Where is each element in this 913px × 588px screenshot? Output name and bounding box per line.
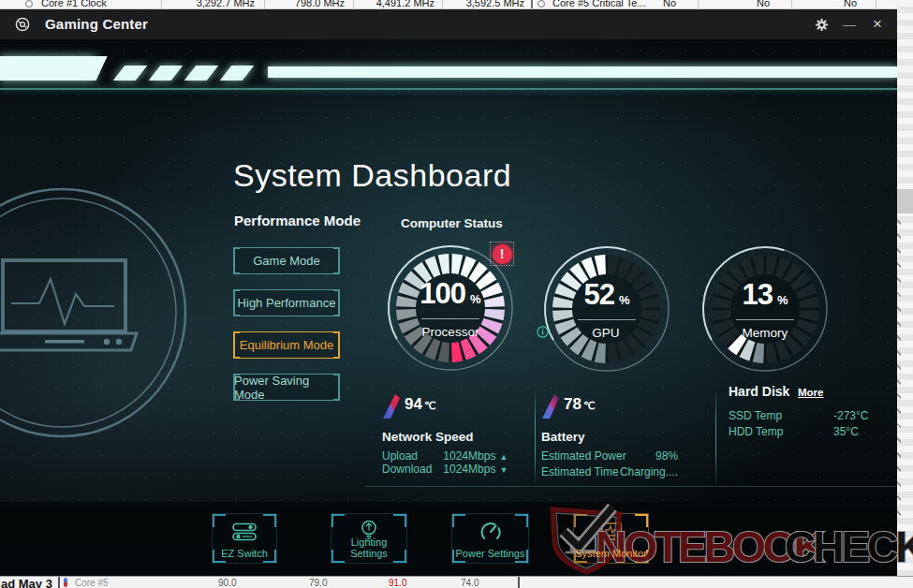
- bg-value: No: [836, 0, 864, 8]
- section-divider: [535, 391, 536, 483]
- mode-button-label: Equilibrium Mode: [240, 338, 333, 352]
- bg-sensor-name: Core #1 Clock: [41, 0, 107, 8]
- header-decoration-line: [0, 88, 897, 90]
- mode-button-label: Power Saving Mode: [234, 374, 339, 402]
- titlebar: Gaming Center — ×: [0, 9, 897, 39]
- row-label: HDD Temp: [729, 425, 783, 438]
- mode-button-label: High Performance: [238, 296, 336, 310]
- gaming-center-window: Gaming Center — ×: [0, 9, 897, 576]
- gauge-processor: 100% Processor !: [380, 238, 521, 378]
- power-settings-button[interactable]: Power Settings: [451, 513, 529, 564]
- alert-exclamation-icon: !: [493, 244, 512, 264]
- gpu-usage-value: 52: [583, 278, 613, 311]
- bg-value: 79.0: [309, 578, 327, 588]
- temperature-flag-icon: [381, 393, 402, 419]
- bg-value: 3,592.5 MHz: [449, 0, 524, 8]
- download-row: Download 1024Mbps▼: [382, 463, 508, 476]
- cpu-temp-value: 94: [405, 395, 422, 413]
- processor-alert-badge[interactable]: !: [490, 242, 514, 266]
- arrow-up-icon: ▲: [499, 452, 508, 462]
- battery-time-value: Charging....: [620, 465, 678, 478]
- header-decoration-bar: [0, 56, 96, 81]
- mode-button-label: Game Mode: [253, 254, 320, 268]
- lighting-settings-button[interactable]: Lighting Settings: [331, 513, 407, 564]
- speedometer-icon: [452, 519, 528, 545]
- ez-switch-button[interactable]: EZ Switch: [212, 513, 277, 564]
- content-divider-line: [365, 486, 895, 487]
- computer-status-heading: Computer Status: [401, 216, 503, 230]
- upload-row: Upload 1024Mbps▲: [382, 449, 508, 463]
- upload-value: 1024Mbps: [443, 449, 495, 463]
- bg-sensor-name: Core #5: [75, 578, 109, 588]
- screen: Core #1 Clock 3,292.7 MHz 798.0 MHz 4,49…: [0, 0, 913, 588]
- bg-sensor-name: Core #5 Critical Te...: [552, 0, 645, 8]
- gauge-memory: 13% Memory: [695, 239, 835, 379]
- thermometer-icon: [64, 578, 67, 587]
- gpu-temp-value: 78: [564, 395, 582, 413]
- hdd-temp-value: 35°C: [833, 425, 859, 438]
- hard-disk-heading: Hard Disk: [729, 384, 789, 399]
- bg-date-label: ad May 3: [1, 577, 52, 588]
- bg-value: 4,491.2 MHz: [360, 0, 434, 8]
- bg-value: 3,292.7 MHz: [180, 0, 255, 8]
- battery-power-value: 98%: [655, 449, 678, 463]
- minimize-button[interactable]: —: [835, 9, 863, 39]
- unit-label: ℃: [424, 400, 435, 411]
- laptop-pulse-emblem: [0, 182, 201, 453]
- background-window-top-row: Core #1 Clock 3,292.7 MHz 798.0 MHz 4,49…: [0, 0, 913, 9]
- close-button[interactable]: ×: [863, 9, 891, 39]
- toolbar-button-label: Power Settings: [452, 548, 528, 559]
- header-hatch-mark: [184, 66, 219, 81]
- mode-button-high-performance[interactable]: High Performance: [234, 289, 339, 316]
- row-label: Estimated Time: [541, 465, 619, 478]
- gauge-label: Processor: [422, 325, 479, 339]
- temperature-flag-icon: [540, 393, 561, 419]
- background-window-bottom-row: ad May 3 Core #5 90.0 79.0 91.0 74.0: [0, 576, 913, 588]
- settings-gear-icon[interactable]: [807, 9, 835, 39]
- processor-usage-value: 100: [420, 277, 465, 310]
- dashboard-body: System Dashboard Performance Mode Comput…: [0, 39, 897, 576]
- unit-label: ℃: [583, 400, 595, 411]
- unit-label: %: [619, 293, 630, 307]
- hdd-temp-row: HDD Temp 35°C: [729, 425, 893, 438]
- bg-value: No: [749, 0, 777, 8]
- background-window-right-sliver: [897, 0, 913, 588]
- network-speed-heading: Network Speed: [382, 430, 474, 444]
- battery-power-row: Estimated Power 98%: [541, 449, 678, 463]
- toolbar-button-label: System Monitor: [574, 548, 648, 559]
- toolbar-button-label: Lighting Settings: [331, 537, 406, 559]
- gauge-label: Memory: [743, 326, 788, 340]
- mode-button-equilibrium[interactable]: Equilibrium Mode: [234, 331, 339, 359]
- gauge-gpu: 52% GPU: [537, 239, 677, 379]
- ssd-temp-row: SSD Temp -273°C: [729, 409, 893, 422]
- battery-heading: Battery: [541, 430, 585, 444]
- unit-label: %: [777, 293, 788, 307]
- bg-value: No: [655, 0, 684, 8]
- page-title: System Dashboard: [233, 157, 511, 194]
- toolbar-band: [0, 502, 897, 576]
- app-logo-icon: [14, 16, 31, 33]
- header-hatch-mark: [149, 66, 184, 81]
- gauge-label: GPU: [592, 326, 619, 340]
- performance-mode-heading: Performance Mode: [234, 213, 361, 228]
- battery-time-row: Estimated Time Charging....: [541, 465, 678, 478]
- header-hatch-mark: [220, 66, 255, 81]
- system-monitor-button[interactable]: System Monitor: [573, 513, 649, 564]
- ez-switch-icon: [213, 519, 276, 545]
- download-value: 1024Mbps: [443, 463, 495, 476]
- mode-button-game[interactable]: Game Mode: [234, 247, 339, 274]
- hard-disk-more-link[interactable]: More: [798, 387, 823, 398]
- sensor-clock-icon: [537, 0, 545, 7]
- bg-value: 74.0: [461, 578, 479, 588]
- row-label: Upload: [382, 449, 440, 463]
- row-label: Download: [382, 463, 440, 476]
- cpu-temperature: 94℃: [381, 393, 402, 419]
- bg-value-alert: 91.0: [389, 578, 406, 588]
- memory-usage-value: 13: [742, 278, 772, 311]
- mode-button-power-saving[interactable]: Power Saving Mode: [234, 374, 339, 401]
- row-label: SSD Temp: [729, 409, 782, 422]
- gpu-temperature: 78℃: [540, 393, 561, 419]
- ssd-temp-value: -273°C: [833, 409, 873, 422]
- app-title: Gaming Center: [45, 16, 148, 32]
- bg-value: 798.0 MHz: [270, 0, 345, 8]
